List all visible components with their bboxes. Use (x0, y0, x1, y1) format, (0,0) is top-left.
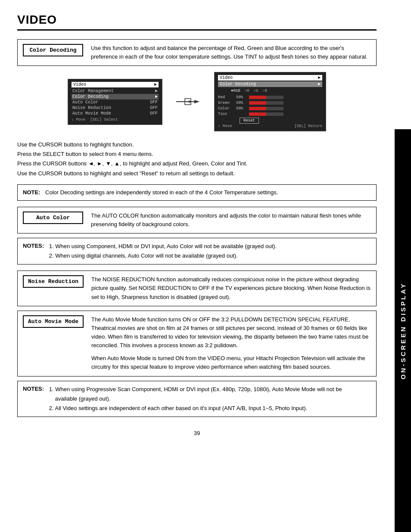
decode-submenu-title: Color Decoding ► (218, 81, 322, 87)
menu-item-noise-reduction: Noise ReductionOFF (72, 105, 159, 111)
menu-item-color-decoding: Color Decoding► (72, 94, 159, 100)
auto-movie-mode-label: Auto Movie Mode (23, 315, 84, 328)
screenshot-area: Video ► Color Management► Color Decoding… (17, 72, 377, 131)
tint-row: Tint (218, 112, 322, 116)
instruction-line1: Use the CURSOR buttons to highlight func… (17, 140, 377, 149)
radio-or: ○R (245, 89, 249, 93)
note1-label: NOTE: (23, 189, 40, 196)
page-number: 39 (17, 430, 377, 436)
auto-movie-mode-content: The Auto Movie Mode function turns ON or… (91, 315, 371, 372)
color-decoding-desc: Use this function to adjust and balance … (91, 44, 371, 61)
red-bar-bg (249, 96, 283, 99)
auto-movie-mode-desc2: When Auto Movie Mode is turned ON from t… (91, 354, 371, 371)
red-row: Red 50% (218, 95, 322, 100)
arrow-icon (175, 95, 201, 108)
notes3-label: NOTES: (23, 386, 44, 392)
auto-movie-mode-desc1: The Auto Movie Mode function turns ON or… (91, 315, 371, 350)
menu-item-auto-movie-mode: Auto Movie ModeOFF (72, 111, 159, 116)
radio-options-row: ●RGB ○R ○G ○B (231, 89, 322, 93)
notes2-label: NOTES: (23, 243, 44, 249)
notes2-line2: 2. When using digital channels, Auto Col… (49, 251, 277, 261)
notes2-line1: 1. When using Component, HDMI or DVI inp… (49, 242, 277, 251)
note1-box: NOTE: Color Decoding settings are indepe… (17, 184, 377, 201)
radio-ob: ○B (262, 89, 267, 93)
menu-nav-left: ↕ Move [SEL] Select (72, 118, 159, 122)
page-header: VIDEO (17, 13, 377, 31)
auto-movie-mode-section: Auto Movie Mode The Auto Movie Mode func… (17, 311, 377, 376)
decode-menu-title: Video ► (218, 75, 322, 81)
notes3-line2: 2. All Video settings are independent of… (49, 404, 342, 413)
side-tab-text: ON-SCREEN DISPLAY (399, 278, 407, 384)
auto-color-desc: The AUTO COLOR function automatically mo… (91, 212, 371, 229)
noise-reduction-desc: The NOISE REDUCTION function automatical… (91, 275, 371, 301)
notes3-line1: 1. When using Progressive Scan Component… (49, 385, 342, 394)
radio-og: ○G (253, 89, 258, 93)
menu-screen-left: Video ► Color Management► Color Decoding… (68, 79, 162, 125)
green-row: Green 50% (218, 101, 322, 105)
noise-reduction-label: Noise Reduction (23, 275, 84, 288)
tint-bar-bg (249, 112, 283, 116)
decode-nav: ↕ Move [SEL] Return (218, 124, 322, 128)
green-bar-bg (249, 101, 283, 105)
color-decoding-section: Color Decoding Use this function to adju… (17, 39, 377, 66)
notes2-content: 1. When using Component, HDMI or DVI inp… (49, 242, 277, 261)
color-decoding-label: Color Decoding (23, 44, 83, 56)
color-row: Color 50% (218, 106, 322, 111)
radio-rgb: ●RGB (231, 89, 240, 93)
menu-title-left: Video ► (72, 82, 159, 87)
reset-button-display: Reset (240, 118, 322, 123)
navigation-arrow (175, 95, 201, 108)
menu-item-color-management: Color Management► (72, 88, 159, 94)
page-title: VIDEO (17, 13, 57, 26)
notes3-box: NOTES: 1. When using Progressive Scan Co… (17, 381, 377, 417)
color-bar-fill (249, 107, 266, 110)
side-tab-container: ON-SCREEN DISPLAY (395, 129, 411, 532)
tint-bar-fill (249, 112, 266, 116)
instruction-line3: Press the CURSOR buttons ◄, ►, ▼, ▲, to … (17, 159, 377, 168)
instruction-line2: Press the SELECT button to select from 4… (17, 149, 377, 159)
notes3-line1b: available (grayed out). (55, 394, 342, 404)
instructions-block: Use the CURSOR buttons to highlight func… (17, 140, 377, 178)
auto-color-section: Auto Color The AUTO COLOR function autom… (17, 207, 377, 233)
instruction-line4: Use the CURSOR buttons to highlight and … (17, 169, 377, 178)
green-bar-fill (249, 101, 266, 105)
noise-reduction-section: Noise Reduction The NOISE REDUCTION func… (17, 271, 377, 306)
notes3-content: 1. When using Progressive Scan Component… (49, 385, 342, 413)
notes2-box: NOTES: 1. When using Component, HDMI or … (17, 238, 377, 264)
decode-screen: Video ► Color Decoding ► ●RGB ○R ○G ○B R… (214, 72, 326, 131)
menu-item-auto-color: Auto ColorOFF (72, 100, 159, 105)
red-bar-fill (249, 96, 266, 99)
note1-text: Color Decoding settings are independentl… (45, 189, 278, 196)
color-bar-bg (249, 107, 283, 110)
auto-color-label: Auto Color (23, 212, 83, 224)
